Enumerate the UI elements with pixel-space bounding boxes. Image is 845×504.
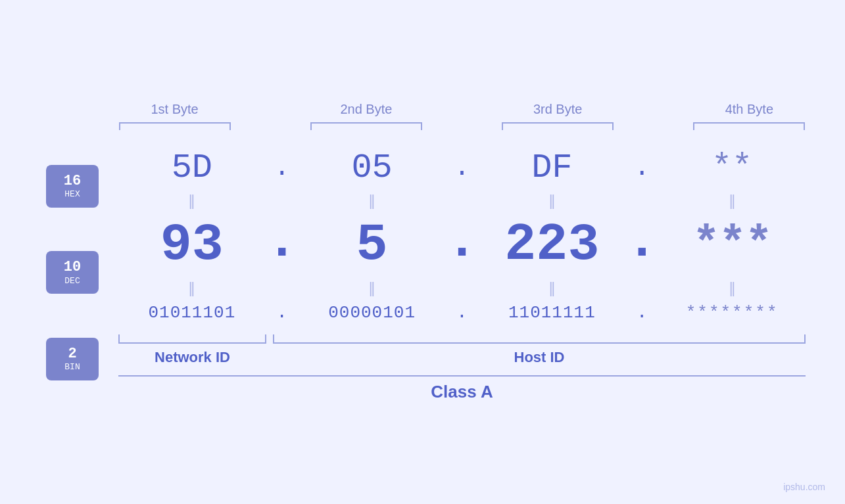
network-id-label-cell: Network ID: [118, 349, 266, 366]
main-container: 1st Byte 2nd Byte 3rd Byte 4th Byte 16 H…: [0, 0, 845, 504]
hex-b1-value: 5D: [172, 149, 212, 187]
dec-dot2: .: [446, 216, 479, 275]
eq1-4: ‖: [658, 194, 806, 208]
hex-b4-cell: **: [658, 149, 806, 187]
dec-dot3: .: [625, 216, 658, 275]
bin-b2-value: 00000101: [328, 303, 416, 323]
class-line-container: [118, 375, 806, 377]
bracket-cell-3: [462, 122, 654, 130]
bin-b1-cell: 01011101: [118, 303, 266, 323]
byte2-header: 2nd Byte: [270, 102, 462, 117]
byte1-header: 1st Byte: [79, 102, 270, 117]
dec-b3-cell: 223: [479, 215, 626, 275]
eq2-3: ‖: [479, 281, 626, 296]
dec-number: 10: [64, 260, 81, 275]
host-id-bracket: [273, 334, 806, 344]
bracket-top-4: [693, 122, 805, 130]
host-id-label: Host ID: [514, 349, 565, 365]
bin-b3-value: 11011111: [508, 303, 596, 323]
dec-b2-value: 5: [356, 215, 388, 275]
eq2-2: ‖: [299, 281, 446, 296]
class-line: [118, 375, 806, 377]
watermark: ipshu.com: [783, 482, 825, 492]
hex-badge: 16 HEX: [46, 165, 99, 208]
hex-b4-value: **: [712, 149, 752, 187]
dec-badge: 10 DEC: [46, 251, 99, 294]
dec-b1-value: 93: [160, 215, 224, 275]
bin-b4-cell: ********: [658, 303, 806, 323]
bin-b2-cell: 00000101: [299, 303, 446, 323]
hex-label: HEX: [64, 189, 80, 199]
hex-dot2: .: [446, 153, 479, 183]
equal-row-1: ‖ ‖ ‖ ‖: [118, 193, 806, 210]
network-id-label: Network ID: [155, 349, 230, 365]
hex-b2-value: 05: [351, 149, 392, 187]
dec-b2-cell: 5: [299, 215, 446, 275]
bracket-cell-4: [654, 122, 845, 130]
bracket-top-2: [310, 122, 422, 130]
bin-dot1: .: [266, 302, 299, 323]
bin-number: 2: [68, 346, 76, 362]
hex-dot1: .: [266, 153, 299, 183]
dec-b4-cell: ***: [658, 219, 806, 271]
bin-dot2: .: [446, 302, 479, 323]
right-grid: 5D . 05 . DF . **: [118, 143, 806, 402]
bin-label: BIN: [64, 362, 80, 372]
hex-dot3: .: [625, 153, 658, 183]
eq1-2: ‖: [299, 194, 446, 208]
class-label-container: Class A: [118, 382, 806, 402]
top-brackets: [79, 122, 845, 130]
dec-label: DEC: [64, 276, 80, 286]
hex-b1-cell: 5D: [118, 149, 266, 187]
hex-b3-cell: DF: [479, 149, 626, 187]
left-labels: 16 HEX 10 DEC 2 BIN: [39, 143, 118, 402]
bracket-cell-2: [270, 122, 462, 130]
network-id-bracket: [118, 334, 266, 344]
eq2-1: ‖: [118, 281, 266, 296]
bin-dot3: .: [625, 302, 658, 323]
bin-b4-value: ********: [686, 303, 779, 323]
bracket-label-row: Network ID Host ID: [118, 349, 806, 366]
content-area: 16 HEX 10 DEC 2 BIN 5D .: [39, 143, 806, 402]
dec-b1-cell: 93: [118, 215, 266, 275]
dec-b4-value: ***: [692, 219, 771, 271]
bottom-area: Network ID Host ID Class A: [118, 334, 806, 402]
host-id-label-cell: Host ID: [273, 349, 806, 366]
eq2-4: ‖: [658, 281, 806, 296]
byte-headers: 1st Byte 2nd Byte 3rd Byte 4th Byte: [79, 102, 845, 117]
bin-badge: 2 BIN: [46, 338, 99, 380]
bracket-top-1: [119, 122, 231, 130]
bin-b3-cell: 11011111: [479, 303, 626, 323]
byte3-header: 3rd Byte: [462, 102, 654, 117]
bin-b1-value: 01011101: [148, 303, 235, 323]
hex-b2-cell: 05: [299, 149, 446, 187]
bottom-brackets-row: [118, 334, 806, 344]
hex-number: 16: [64, 173, 81, 189]
bracket-top-3: [502, 122, 614, 130]
equal-row-2: ‖ ‖ ‖ ‖: [118, 280, 806, 297]
hex-b3-value: DF: [531, 149, 572, 187]
dec-b3-value: 223: [504, 215, 599, 275]
dec-dot1: .: [266, 216, 299, 275]
eq1-1: ‖: [118, 194, 266, 208]
dec-row: 93 . 5 . 223 . ***: [118, 210, 806, 280]
eq1-3: ‖: [479, 194, 626, 208]
byte4-header: 4th Byte: [654, 102, 845, 117]
class-label: Class A: [431, 382, 493, 402]
bracket-cell-1: [79, 122, 270, 130]
hex-row: 5D . 05 . DF . **: [118, 143, 806, 193]
bin-row: 01011101 . 00000101 . 11011111 .: [118, 297, 806, 328]
